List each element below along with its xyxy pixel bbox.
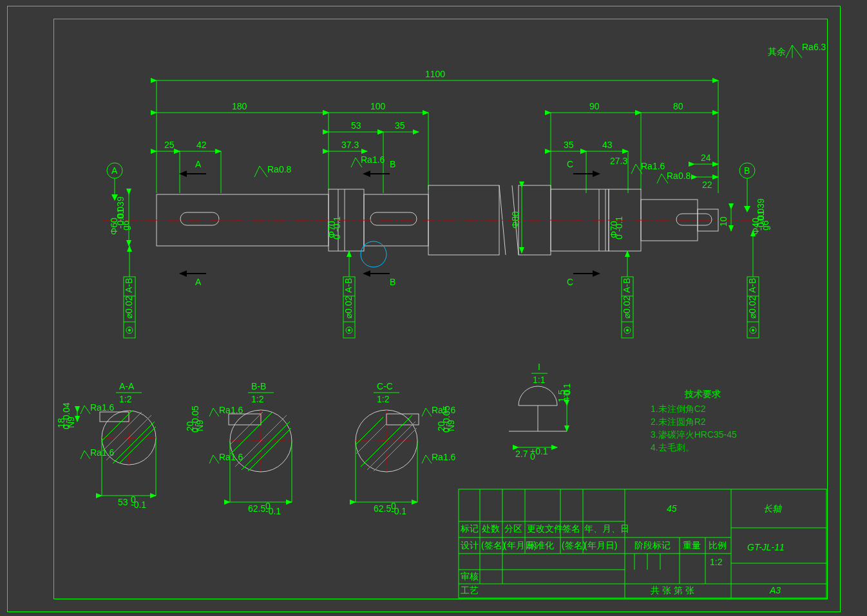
svg-text:标记: 标记 <box>460 523 479 534</box>
svg-text:签名: 签名 <box>562 523 580 534</box>
svg-text:1:1: 1:1 <box>533 375 546 385</box>
svg-line-163 <box>231 413 272 454</box>
svg-text:80: 80 <box>673 101 683 111</box>
svg-line-186 <box>374 428 417 471</box>
svg-rect-137 <box>100 412 129 422</box>
svg-point-81 <box>128 329 131 331</box>
svg-text:N9: N9 <box>195 420 205 431</box>
section-cc: C-C 1:2 20 0 -0.05 N9 Ra1.6 Ra1.6 62.5 0… <box>356 381 456 516</box>
datum-b: B <box>739 163 755 212</box>
svg-rect-65 <box>676 214 712 225</box>
svg-text:GT-JL-11: GT-JL-11 <box>747 542 785 552</box>
dia-80: Φ80 <box>510 187 522 253</box>
svg-text:45: 45 <box>667 503 677 514</box>
svg-text:2.7: 2.7 <box>515 449 528 459</box>
svg-text:0: 0 <box>530 451 535 462</box>
svg-text:A: A <box>111 165 118 176</box>
svg-text:审核: 审核 <box>461 571 479 581</box>
svg-text:(签名): (签名) <box>481 540 505 550</box>
svg-text:3.渗碳淬火HRC35-45: 3.渗碳淬火HRC35-45 <box>651 429 737 440</box>
dim-24-22: 24 22 <box>694 153 718 190</box>
svg-text:分区: 分区 <box>504 523 522 534</box>
svg-text:Ra0.8: Ra0.8 <box>267 164 292 174</box>
svg-text:37.3: 37.3 <box>341 140 359 150</box>
svg-text:I: I <box>538 362 540 372</box>
svg-text:-0.039: -0.039 <box>756 198 766 224</box>
svg-text:标准化: 标准化 <box>526 540 554 550</box>
svg-text:Ra1.6: Ra1.6 <box>432 452 456 462</box>
dim-80: 80 <box>641 101 718 113</box>
dim-overall: 1100 <box>157 69 718 193</box>
svg-text:g6: g6 <box>760 220 770 230</box>
svg-line-164 <box>248 428 291 471</box>
dim-25-42: 25 42 <box>157 140 221 193</box>
dia-70: Φ70 0 -0.1 <box>609 216 624 239</box>
svg-text:⌀0.02: ⌀0.02 <box>124 296 134 319</box>
svg-text:B: B <box>390 277 395 287</box>
svg-text:27.3: 27.3 <box>610 156 627 166</box>
svg-text:53: 53 <box>118 497 128 507</box>
svg-text:Ra1.6: Ra1.6 <box>641 161 665 171</box>
svg-text:100: 100 <box>370 101 386 111</box>
svg-text:A: A <box>195 159 202 169</box>
tech-requirements: 技术要求 1.未注倒角C2 2.未注圆角R2 3.渗碳淬火HRC35-45 4.… <box>651 389 737 453</box>
svg-text:C: C <box>567 277 573 287</box>
gtol-3: ⌀0.02 A-B <box>622 251 633 338</box>
svg-text:Ra1.6: Ra1.6 <box>432 405 456 415</box>
svg-text:1:2: 1:2 <box>119 394 132 404</box>
svg-text:处数: 处数 <box>482 523 500 534</box>
svg-text:24: 24 <box>701 153 711 163</box>
gtol-4: ⌀0.02 A-B <box>747 230 759 338</box>
svg-text:共  张 第  张: 共 张 第 张 <box>651 585 694 595</box>
svg-text:阶段标记: 阶段标记 <box>634 540 671 550</box>
svg-line-140 <box>103 412 142 451</box>
dia-40: 10 Φ40 -0.01 -0.039 g6 <box>718 198 770 235</box>
svg-text:C-C: C-C <box>377 381 393 391</box>
datum-a: A <box>107 163 122 201</box>
svg-text:0: 0 <box>614 234 624 239</box>
svg-text:22: 22 <box>702 180 712 190</box>
dim-273: 27.3 <box>610 156 627 166</box>
dim-35-43: 35 43 <box>551 140 628 193</box>
svg-point-97 <box>626 329 629 331</box>
gtol-1: ⌀0.02 A-B <box>124 246 135 338</box>
svg-text:-0.1: -0.1 <box>131 499 146 510</box>
svg-point-105 <box>752 329 754 331</box>
svg-text:B-B: B-B <box>251 381 266 391</box>
svg-text:1:2: 1:2 <box>377 394 390 404</box>
svg-text:43: 43 <box>602 140 613 150</box>
svg-text:B: B <box>744 165 750 176</box>
svg-text:A3: A3 <box>769 585 781 595</box>
svg-text:工艺: 工艺 <box>461 585 479 595</box>
svg-text:Φ80: Φ80 <box>510 211 520 229</box>
svg-text:A: A <box>195 277 202 287</box>
svg-rect-160 <box>229 414 261 425</box>
svg-line-185 <box>356 424 386 454</box>
svg-text:35: 35 <box>395 120 405 131</box>
section-aa: A-A 1:2 18 0 -0.04 N9 Ra1.6 Ra1.6 53 0-0… <box>56 381 156 510</box>
section-bb: B-B 1:2 20 0 -0.05 N9 Ra1.6 Ra1.6 62.5 0… <box>185 381 292 516</box>
svg-text:1.未注倒角C2: 1.未注倒角C2 <box>651 404 706 414</box>
svg-line-141 <box>119 427 156 463</box>
svg-text:-0.1: -0.1 <box>391 506 406 516</box>
dim-35: 35 <box>383 120 419 132</box>
svg-text:Ra1.6: Ra1.6 <box>90 447 115 458</box>
svg-text:A-B: A-B <box>343 278 354 293</box>
dim-180: 180 <box>157 101 329 190</box>
svg-text:B: B <box>390 159 395 169</box>
svg-text:-0.039: -0.039 <box>115 196 126 222</box>
svg-text:(签名): (签名) <box>562 540 586 550</box>
svg-text:1:2: 1:2 <box>710 557 723 567</box>
svg-text:年、月、日: 年、月、日 <box>584 523 629 534</box>
dim-373: 37.3 <box>329 140 367 151</box>
svg-text:Ra1.6: Ra1.6 <box>219 452 243 462</box>
svg-text:⌀0.02: ⌀0.02 <box>747 296 757 319</box>
svg-text:N9: N9 <box>446 420 456 431</box>
svg-line-139 <box>113 422 155 463</box>
svg-text:A-B: A-B <box>622 278 632 293</box>
surface-finish-default: 其余 Ra6.3 <box>768 42 826 58</box>
svg-text:25: 25 <box>164 140 175 150</box>
svg-text:-0.1: -0.1 <box>332 216 342 232</box>
svg-text:重量: 重量 <box>683 540 701 550</box>
svg-text:62.5: 62.5 <box>374 503 391 514</box>
